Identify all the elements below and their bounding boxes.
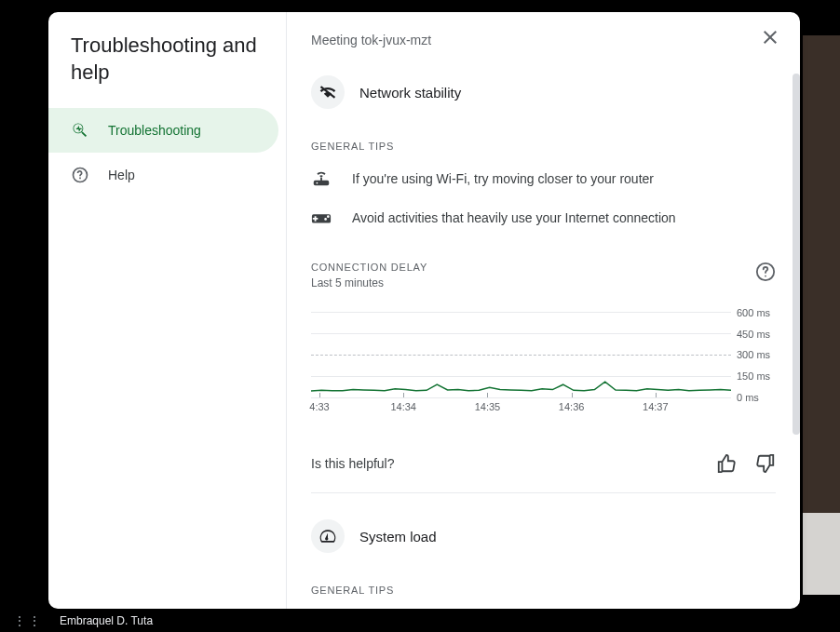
background-video-strip [803, 35, 840, 515]
gamepad-icon [311, 208, 332, 228]
feedback-row: Is this helpful? [311, 453, 776, 493]
help-icon [71, 166, 89, 184]
troubleshooting-dialog: Troubleshooting and help Troubleshooting… [48, 12, 800, 609]
chart-help-button[interactable] [755, 262, 776, 282]
router-icon [311, 168, 332, 189]
participant-name: Embraquel D. Tuta [60, 614, 153, 627]
sidebar-item-label: Troubleshooting [108, 123, 201, 138]
network-title: Network stability [359, 85, 461, 101]
dialog-title: Troubleshooting and help [48, 31, 286, 108]
meeting-id: Meeting tok-jvux-mzt [311, 33, 776, 47]
tip-row: Avoid activities that heavily use your I… [311, 208, 776, 228]
meet-footer: ⋮⋮ Embraquel D. Tuta [0, 610, 840, 632]
tip-text: Avoid activities that heavily use your I… [352, 210, 676, 225]
close-button[interactable] [759, 26, 781, 48]
thumbs-down-button[interactable] [755, 453, 776, 474]
thumbs-up-button[interactable] [716, 453, 737, 474]
scrollbar[interactable] [793, 74, 800, 435]
chart-title: CONNECTION DELAY [311, 262, 427, 273]
network-section-header: Network stability [311, 75, 776, 109]
general-tips-header: GENERAL TIPS [311, 585, 776, 596]
x-axis-labels: 4:3314:3414:3514:3614:37 [311, 397, 776, 420]
tip-text: If you're using Wi-Fi, try moving closer… [352, 171, 654, 186]
speedometer-icon [311, 519, 345, 553]
general-tips-header: GENERAL TIPS [311, 141, 776, 152]
sidebar-item-help[interactable]: Help [48, 153, 278, 197]
background-video-strip-2 [803, 513, 840, 595]
y-axis-labels: 600 ms 450 ms 300 ms 150 ms 0 ms [731, 312, 776, 397]
more-icon[interactable]: ⋮⋮ [13, 613, 43, 628]
connection-delay-chart: 600 ms 450 ms 300 ms 150 ms 0 ms 4:3314:… [311, 312, 776, 427]
system-title: System load [359, 529, 437, 545]
network-icon [311, 75, 345, 109]
system-section-header: System load [311, 519, 776, 553]
sidebar-item-troubleshooting[interactable]: Troubleshooting [48, 108, 278, 153]
chart-subtitle: Last 5 minutes [311, 276, 427, 289]
connection-delay-header: CONNECTION DELAY Last 5 minutes [311, 262, 776, 289]
main-panel: Meeting tok-jvux-mzt Network stability G… [287, 12, 800, 609]
sidebar: Troubleshooting and help Troubleshooting… [48, 12, 287, 609]
sidebar-item-label: Help [108, 168, 135, 182]
tip-row: If you're using Wi-Fi, try moving closer… [311, 168, 776, 189]
feedback-question: Is this helpful? [311, 456, 395, 471]
troubleshoot-icon [71, 121, 89, 140]
